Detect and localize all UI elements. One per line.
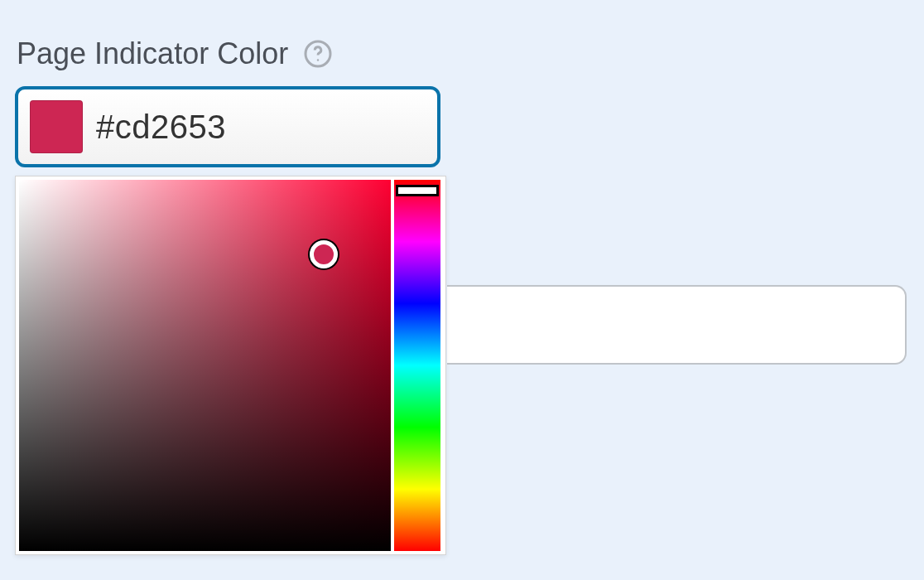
secondary-field-input[interactable]	[447, 285, 907, 365]
color-input-combo[interactable]	[15, 86, 440, 167]
hue-handle[interactable]	[396, 185, 439, 196]
hue-slider[interactable]	[394, 180, 440, 551]
color-swatch[interactable]	[30, 100, 83, 153]
color-hex-input[interactable]	[96, 109, 426, 146]
saturation-value-area[interactable]	[19, 180, 391, 551]
svg-point-1	[317, 59, 319, 60]
help-icon[interactable]	[303, 39, 333, 69]
field-label: Page Indicator Color	[17, 36, 288, 71]
sv-black-gradient	[19, 180, 391, 551]
color-picker-panel	[15, 176, 446, 555]
